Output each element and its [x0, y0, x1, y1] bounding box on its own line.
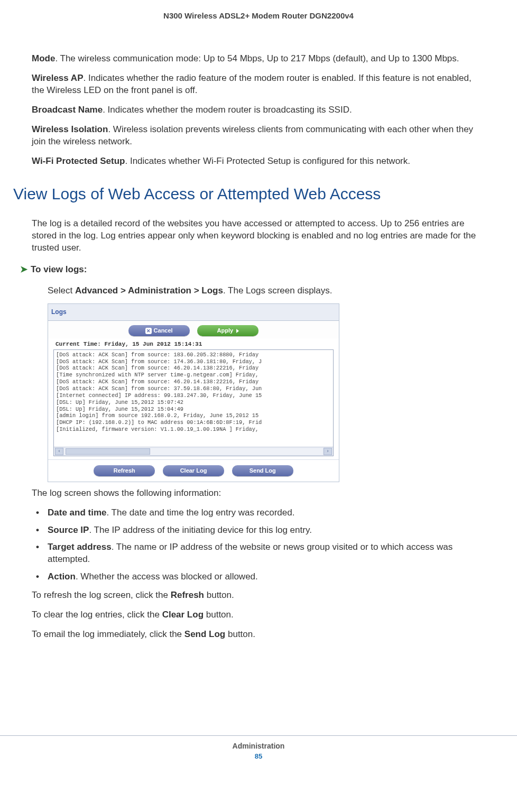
- term: Mode: [32, 53, 55, 63]
- procedure-title: To view logs:: [31, 264, 87, 274]
- term-text: . Indicates whether the modem router is …: [103, 105, 352, 115]
- scroll-right-button[interactable]: ›: [324, 448, 332, 455]
- log-line: [DSL: Up] Friday, June 15,2012 15:04:49: [56, 406, 331, 413]
- term: Wireless AP: [32, 73, 83, 83]
- section-intro: The log is a detailed record of the webs…: [32, 218, 485, 254]
- term: Wi-Fi Protected Setup: [32, 156, 125, 166]
- step-text-pre: Select: [48, 285, 75, 296]
- closing-refresh: To refresh the log screen, click the Ref…: [32, 589, 485, 602]
- log-line: [DoS attack: ACK Scan] from source: 183.…: [56, 352, 331, 358]
- footer-section-title: Administration: [0, 741, 517, 751]
- post-screenshot-text: The log screen shows the following infor…: [32, 487, 485, 500]
- close-icon: ✕: [145, 328, 152, 334]
- log-line: [admin login] from source 192.168.0.2, F…: [56, 412, 331, 419]
- scroll-thumb[interactable]: [66, 448, 150, 455]
- txt: button.: [204, 590, 234, 600]
- logs-screenshot: Logs ✕Cancel Apply Current Time: Friday,…: [48, 303, 339, 482]
- section-heading: View Logs of Web Access or Attempted Web…: [13, 183, 485, 205]
- procedure-heading: ➤To view logs:: [20, 264, 485, 276]
- log-line: [DoS attack: ACK Scan] from source: 46.2…: [56, 379, 331, 385]
- log-line: [Time synchronized with NTP server time-…: [56, 372, 331, 379]
- play-icon: [236, 329, 239, 333]
- cancel-button[interactable]: ✕Cancel: [128, 325, 190, 336]
- term-text: . Indicates whether the radio feature of…: [32, 73, 472, 95]
- clear-log-button[interactable]: Clear Log: [163, 465, 224, 476]
- list-item: Date and time. The date and time the log…: [32, 507, 485, 519]
- list-item: Source IP. The IP address of the initiat…: [32, 524, 485, 537]
- term-text: . The wireless communication mode: Up to…: [55, 53, 459, 63]
- screenshot-top-toolbar: ✕Cancel Apply: [48, 321, 339, 338]
- bullet-term: Action: [48, 571, 76, 582]
- txt: To clear the log entries, click the: [32, 610, 162, 620]
- refresh-button[interactable]: Refresh: [94, 465, 155, 476]
- breadcrumb-path: Advanced > Administration > Logs: [75, 285, 223, 296]
- log-line: [DHCP IP: (192.168.0.2)] to MAC address …: [56, 419, 331, 426]
- definition-wireless-isolation: Wireless Isolation. Wireless isolation p…: [32, 124, 485, 148]
- log-line: [DoS attack: ACK Scan] from source: 174.…: [56, 358, 331, 365]
- definition-mode: Mode. The wireless communication mode: U…: [32, 53, 485, 65]
- scroll-left-button[interactable]: ‹: [55, 448, 63, 455]
- definition-broadcast-name: Broadcast Name. Indicates whether the mo…: [32, 104, 485, 116]
- bullet-term: Target address: [48, 542, 112, 552]
- log-line: [DSL: Up] Friday, June 15,2012 15:07:42: [56, 399, 331, 406]
- screenshot-bottom-toolbar: Refresh Clear Log Send Log: [48, 459, 339, 482]
- screenshot-titlebar: Logs: [48, 304, 339, 321]
- page-footer: Administration 85: [0, 735, 517, 761]
- txt: To email the log immediately, click the: [32, 629, 184, 639]
- term-text: . Indicates whether Wi-Fi Protected Setu…: [125, 156, 410, 166]
- scroll-track[interactable]: [64, 448, 322, 455]
- chevron-right-icon: ➤: [20, 264, 27, 274]
- screenshot-body: Current Time: Friday, 15 Jun 2012 15:14:…: [48, 338, 339, 459]
- bullet-term: Date and time: [48, 508, 106, 518]
- list-item: Target address. The name or IP address o…: [32, 541, 485, 566]
- log-line: [Internet connected] IP address: 99.183.…: [56, 392, 331, 399]
- log-fields-list: Date and time. The date and time the log…: [32, 507, 485, 584]
- definition-wps: Wi-Fi Protected Setup. Indicates whether…: [32, 155, 485, 168]
- screenshot-title: Logs: [51, 308, 67, 316]
- bullet-text: . The date and time the log entry was re…: [106, 508, 294, 518]
- log-line: [DoS attack: ACK Scan] from source: 46.2…: [56, 365, 331, 372]
- btn-name: Send Log: [184, 629, 225, 639]
- running-header: N300 Wireless ADSL2+ Modem Router DGN220…: [32, 11, 485, 21]
- txt: To refresh the log screen, click the: [32, 590, 171, 600]
- procedure-step: Select Advanced > Administration > Logs.…: [48, 285, 485, 297]
- bullet-text: . Whether the access was blocked or allo…: [76, 571, 258, 582]
- closing-sendlog: To email the log immediately, click the …: [32, 629, 485, 641]
- list-item: Action. Whether the access was blocked o…: [32, 571, 485, 583]
- horizontal-scrollbar[interactable]: ‹ ›: [54, 447, 333, 456]
- apply-label: Apply: [217, 327, 234, 334]
- btn-name: Refresh: [171, 590, 204, 600]
- log-textarea[interactable]: [DoS attack: ACK Scan] from source: 183.…: [53, 349, 334, 456]
- log-line: [DoS attack: ACK Scan] from source: 37.5…: [56, 385, 331, 392]
- btn-name: Clear Log: [162, 610, 204, 620]
- step-text-post: . The Logs screen displays.: [223, 285, 333, 296]
- send-log-button[interactable]: Send Log: [232, 465, 293, 476]
- closing-clearlog: To clear the log entries, click the Clea…: [32, 609, 485, 621]
- term: Broadcast Name: [32, 105, 103, 115]
- bullet-text: . The IP address of the initiating devic…: [89, 525, 311, 535]
- cancel-label: Cancel: [154, 327, 173, 334]
- txt: button.: [204, 610, 234, 620]
- log-content: [DoS attack: ACK Scan] from source: 183.…: [54, 350, 333, 443]
- definitions-block: Mode. The wireless communication mode: U…: [32, 53, 485, 168]
- current-time-label: Current Time: Friday, 15 Jun 2012 15:14:…: [53, 338, 334, 349]
- definition-wireless-ap: Wireless AP. Indicates whether the radio…: [32, 72, 485, 97]
- apply-button[interactable]: Apply: [197, 325, 258, 336]
- txt: button.: [225, 629, 255, 639]
- log-line: [Initialized, firmware version: V1.1.00.…: [56, 426, 331, 433]
- term: Wireless Isolation: [32, 124, 108, 134]
- bullet-term: Source IP: [48, 525, 89, 535]
- footer-page-number: 85: [0, 752, 517, 761]
